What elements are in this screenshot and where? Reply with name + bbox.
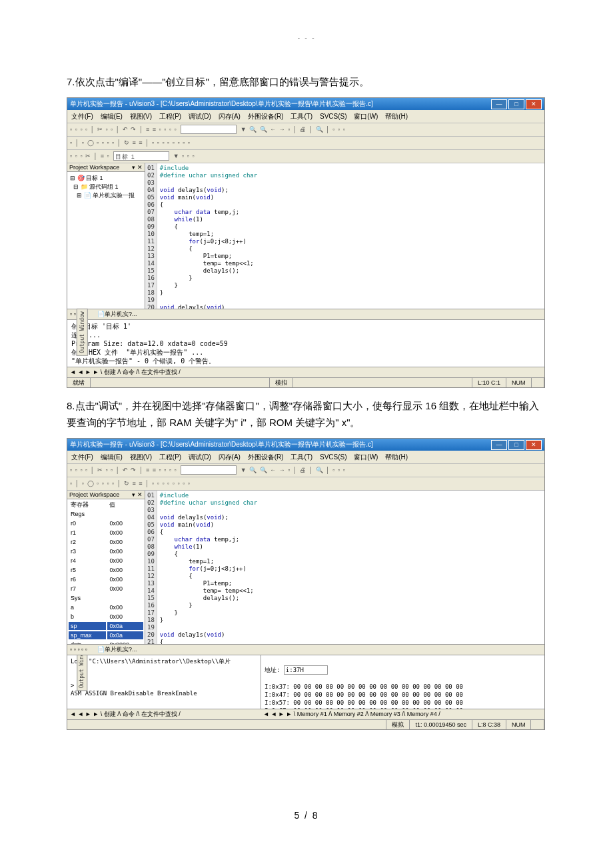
output-window: Output Window创建目标 '目标 1' 连接 ... Program …	[67, 319, 544, 367]
menu-file[interactable]: 文件(F)	[71, 113, 93, 120]
ws-close-icon[interactable]: ▾ ✕	[132, 491, 143, 498]
app-title-2: 单片机实验一报告 - uVision3 - [C:\Users\Administ…	[70, 439, 373, 451]
status-pos: L:10 C:1	[472, 378, 506, 387]
addr-label: 地址:	[265, 667, 280, 673]
paragraph-8: 8.点击"调试"，并在视图中选择"存储器窗口"，调整"存储器窗口大小，使每行显示…	[67, 397, 546, 431]
project-tree[interactable]: ⊟ 🎯 目标 1 ⊟ 📁 源代码组 1 ⊞ 📄 单片机实验一报	[67, 172, 145, 202]
workspace-2: Project Workspace▾ ✕ 寄存器值 Regs r00x00 r1…	[67, 491, 544, 644]
line-numbers-2: 01 02 03 04 05 06 07 08 09 10 11 12 13 1…	[145, 491, 157, 644]
status-num: NUM	[506, 378, 532, 387]
menu-project[interactable]: 工程(P)	[159, 453, 181, 461]
minimize-button[interactable]: —	[491, 99, 507, 109]
ws-title: Project Workspace	[69, 164, 119, 171]
menu-view[interactable]: 视图(V)	[130, 113, 152, 120]
menu-peripherals[interactable]: 外围设备(R)	[248, 113, 284, 120]
toolbar-2b: ▫ │ ▫ ◯ ▫ ▫ ▫ ▫ │ ↻ ≡ ≡ │ ▫ ▫ ▫ ▫ ▫ ▫ ▫ …	[67, 477, 544, 491]
project-workspace: Project Workspace▾ ✕ ⊟ 🎯 目标 1 ⊟ 📁 源代码组 1…	[67, 163, 145, 309]
tree-target[interactable]: 目标 1	[86, 175, 103, 181]
menu-debug[interactable]: 调试(D)	[189, 453, 211, 461]
window-buttons: —□✕	[490, 98, 542, 110]
menu-view[interactable]: 视图(V)	[130, 453, 152, 461]
close-button[interactable]: ✕	[526, 440, 542, 450]
output-label: Output Window	[77, 309, 88, 356]
menu-tools[interactable]: 工具(T)	[291, 113, 312, 120]
menu-bar-2: 文件(F) 编辑(E) 视图(V) 工程(P) 调试(D) 闪存(A) 外围设备…	[67, 451, 544, 464]
status-mode-2: 模拟	[386, 720, 410, 729]
status-end	[532, 378, 545, 387]
paragraph-7: 7.依次点击"编译"——"创立目标"，留意底部窗口的错误与警告提示。	[67, 73, 546, 91]
ws-bottom-tabs: ▫ ▫ ▫ ▫ ▫ 📄单片机实?...	[67, 309, 544, 319]
menu-flash[interactable]: 闪存(A)	[219, 113, 241, 120]
menu-edit[interactable]: 编辑(E)	[101, 113, 123, 120]
menu-project[interactable]: 工程(P)	[159, 113, 181, 120]
source-code[interactable]: #include #define uchar unsigned char voi…	[157, 163, 260, 309]
status-num-2: NUM	[506, 720, 532, 729]
menu-help[interactable]: 帮助(H)	[385, 113, 408, 120]
toolbar-1b: ▫ ▫ ▫ ▫ │ ✂ ▫ ▫ │ ↶ ↷ │ ≡ ≡ ▫ ▫ ▫ ▫ ▼ 🔍 …	[67, 464, 544, 477]
menu-tools[interactable]: 工具(T)	[291, 453, 312, 461]
menu-peripherals[interactable]: 外围设备(R)	[248, 453, 284, 461]
menu-bar: 文件(F) 编辑(E) 视图(V) 工程(P) 调试(D) 闪存(A) 外围设备…	[67, 110, 544, 123]
find-combo[interactable]	[181, 465, 237, 475]
screenshot-1: 单片机实验一报告 - uVision3 - [C:\Users\Administ…	[67, 97, 545, 388]
menu-edit[interactable]: 编辑(E)	[101, 453, 123, 461]
menu-help[interactable]: 帮助(H)	[385, 453, 408, 461]
cmd-tabs[interactable]: ◄ ◄ ► ► \ 创建 /\ 命令 /\ 在文件中查找 /	[70, 710, 263, 719]
register-workspace: Project Workspace▾ ✕ 寄存器值 Regs r00x00 r1…	[67, 491, 145, 644]
title-bar-2: 单片机实验一报告 - uVision3 - [C:\Users\Administ…	[67, 439, 544, 451]
menu-flash[interactable]: 闪存(A)	[219, 453, 241, 461]
header-dashes: - - -	[67, 33, 546, 41]
ws-title-2: Project Workspace	[69, 491, 119, 498]
window-buttons-2: —□✕	[490, 439, 542, 451]
find-combo[interactable]	[181, 125, 237, 134]
register-table: 寄存器值 Regs r00x00 r10x00 r20x00 r30x00 r4…	[67, 499, 145, 644]
reg-hdr-val: 值	[107, 501, 143, 509]
status-bar: 就绪 模拟 L:10 C:1 NUM	[67, 377, 544, 387]
toolbar-1: ▫ ▫ ▫ ▫ │ ✂ ▫ ▫ │ ↶ ↷ │ ≡ ≡ ▫ ▫ ▫ ▫ ▼ 🔍 …	[67, 123, 544, 137]
maximize-button[interactable]: □	[508, 440, 524, 450]
page-footer: 5 / 8	[67, 810, 546, 821]
addr-input[interactable]: i:37H	[284, 665, 328, 675]
bottom-panels: Output WindowLoad "C:\\Users\\Administra…	[67, 655, 544, 709]
ws-close-icon[interactable]: ▾ ✕	[132, 164, 143, 171]
close-button[interactable]: ✕	[526, 99, 542, 109]
source-code-2[interactable]: #include #define uchar unsigned char voi…	[157, 491, 260, 644]
code-editor[interactable]: 01 02 03 04 05 06 07 08 09 10 11 12 13 1…	[145, 163, 544, 309]
menu-file[interactable]: 文件(F)	[71, 453, 93, 461]
screenshot-2: 单片机实验一报告 - uVision3 - [C:\Users\Administ…	[67, 438, 545, 730]
status-t1: t1: 0.00019450 sec	[410, 720, 472, 729]
reg-hdr-name: 寄存器	[69, 501, 106, 509]
memory-window[interactable]: 地址: i:37H I:0x37: 00 00 00 00 00 00 00 0…	[261, 655, 544, 709]
minimize-button[interactable]: —	[491, 440, 507, 450]
ws-bottom-tabs-2: ▫ ▫ ▫ ▫ ▫ 📄单片机实?...	[67, 644, 544, 655]
workspace: Project Workspace▾ ✕ ⊟ 🎯 目标 1 ⊟ 📁 源代码组 1…	[67, 163, 544, 309]
file-tab-2[interactable]: 单片机实?...	[105, 646, 137, 653]
command-window[interactable]: Output WindowLoad "C:\\Users\\Administra…	[67, 655, 261, 709]
status-end-2	[531, 720, 544, 729]
menu-window[interactable]: 窗口(W)	[354, 453, 378, 461]
maximize-button[interactable]: □	[508, 99, 524, 109]
output-tabs[interactable]: ◄ ◄ ► ► \ 创建 /\ 命令 /\ 在文件中查找 /	[67, 367, 544, 377]
title-bar: 单片机实验一报告 - uVision3 - [C:\Users\Administ…	[67, 98, 544, 110]
toolbar-2: ▫ │ ▫ ◯ ▫ ▫ ▫ ▫ │ ↻ ≡ ≡ │ ▫ ▫ ▫ ▫ ▫ ▫ ▫ …	[67, 137, 544, 150]
file-tab[interactable]: 单片机实?...	[105, 311, 137, 317]
status-ready: 就绪	[67, 378, 91, 387]
menu-debug[interactable]: 调试(D)	[189, 113, 211, 120]
bottom-tabs-2: ◄ ◄ ► ► \ 创建 /\ 命令 /\ 在文件中查找 / ◄ ◄ ► ► \…	[67, 709, 544, 719]
code-editor-2[interactable]: 01 02 03 04 05 06 07 08 09 10 11 12 13 1…	[145, 491, 544, 644]
app-title: 单片机实验一报告 - uVision3 - [C:\Users\Administ…	[70, 98, 373, 110]
tree-group[interactable]: 源代码组 1	[89, 183, 119, 190]
menu-svcs[interactable]: SVCS(S)	[320, 113, 347, 120]
memory-tabs[interactable]: ◄ ◄ ► ► \ Memory #1 /\ Memory #2 /\ Memo…	[263, 710, 542, 719]
status-pos-2: L:8 C:38	[472, 720, 506, 729]
output-label-2: Output Window	[77, 655, 87, 691]
target-combo[interactable]: 目标 1	[113, 151, 169, 161]
line-numbers: 01 02 03 04 05 06 07 08 09 10 11 12 13 1…	[145, 163, 157, 309]
toolbar-3: ▫ ▫ ▫ ✂ │ ≡ ▫ 目标 1 ▼ ▫ ▫ ▫	[67, 150, 544, 163]
menu-svcs[interactable]: SVCS(S)	[320, 453, 347, 461]
status-mode: 模拟	[270, 378, 293, 387]
status-bar-2: 模拟 t1: 0.00019450 sec L:8 C:38 NUM	[67, 719, 544, 729]
menu-window[interactable]: 窗口(W)	[354, 113, 378, 120]
tree-file[interactable]: 单片机实验一报	[93, 192, 135, 199]
